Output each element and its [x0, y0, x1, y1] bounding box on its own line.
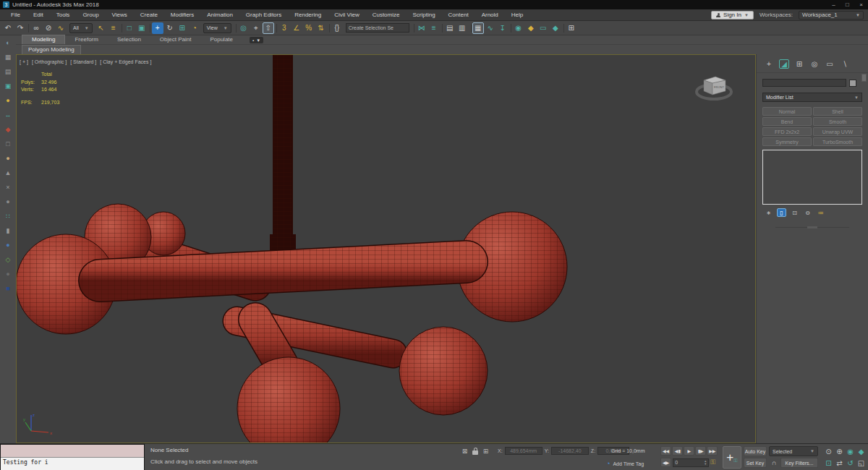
play-button[interactable]: ▶ [684, 446, 694, 456]
object-name-field[interactable] [762, 79, 846, 87]
mirror-icon[interactable]: ⋈ [416, 22, 427, 34]
set-key-button[interactable]: Set Key [744, 458, 767, 468]
blue-sphere-tool-icon[interactable]: ● [4, 240, 13, 249]
menu-item[interactable]: Civil View [328, 12, 366, 18]
select-and-rotate-icon[interactable]: ↻ [164, 22, 176, 34]
angle-snap-toggle-icon[interactable]: ∠ [291, 22, 302, 34]
y-coordinate-field[interactable]: -14682,40 [551, 447, 589, 455]
object-color-swatch[interactable] [849, 80, 856, 87]
ribbon-tab[interactable]: Selection [108, 35, 150, 44]
selection-filter-dropdown[interactable]: All▼ [69, 23, 93, 33]
redo-icon[interactable]: ↷ [14, 22, 26, 34]
x-coordinate-field[interactable]: 489,654mm [505, 447, 542, 455]
modifier-preset-button[interactable]: Smooth [813, 117, 862, 126]
selection-lock-icon[interactable] [472, 450, 478, 455]
align-icon[interactable]: ≡ [428, 22, 440, 34]
zoom-extents-all-icon[interactable]: ◆ [856, 445, 867, 457]
plane-tool-icon[interactable]: □ [4, 139, 13, 148]
zoom-icon[interactable]: ⊙ [823, 445, 834, 457]
modifier-stack[interactable] [762, 150, 862, 205]
gold-sphere-tool-icon[interactable]: ● [4, 95, 13, 105]
modifier-preset-button[interactable]: TurboSmooth [813, 137, 862, 146]
ribbon-tab[interactable]: Object Paint [150, 35, 201, 44]
grid-tool-icon[interactable]: ▦ [4, 52, 13, 61]
edit-named-selection-sets-icon[interactable]: {} [331, 22, 343, 34]
keyboard-shortcut-override-icon[interactable]: ⇧ [263, 22, 274, 34]
default-tangents-icon[interactable]: ∩ [769, 458, 779, 468]
select-and-link-icon[interactable]: ∞ [30, 22, 42, 34]
remove-modifier-icon[interactable]: ⊖ [803, 208, 812, 217]
rectangular-selection-region-icon[interactable]: □ [124, 22, 135, 34]
configure-modifier-sets-icon[interactable]: ≔ [816, 208, 825, 217]
select-and-manipulate-icon[interactable]: ⌖ [250, 22, 262, 34]
render-flyout-grid-icon[interactable]: ⊞ [566, 22, 577, 34]
menu-item[interactable]: Content [442, 12, 475, 18]
minimize-button[interactable]: – [827, 0, 841, 9]
red-diamond-tool-icon[interactable]: ◆ [4, 124, 13, 134]
menu-item[interactable]: Arnold [475, 12, 505, 18]
autodesk-swirl-icon[interactable]: ◐ [4, 38, 13, 47]
toggle-ribbon-icon[interactable]: ▦ [472, 22, 484, 34]
next-frame-button[interactable]: ▮▶ [695, 446, 706, 456]
pan-icon[interactable]: ⇄ [834, 457, 845, 469]
orbit-icon[interactable]: ↺ [845, 457, 856, 469]
viewport[interactable]: [ + ][ Orthographic ][ Standard ][ Clay … [16, 54, 756, 443]
modifier-list-dropdown[interactable]: Modifier List ▼ [762, 93, 862, 102]
menu-item[interactable]: Rendering [288, 12, 328, 18]
key-mode-toggle-button[interactable]: ◀▶ [660, 458, 671, 467]
gray-sphere-tool-icon[interactable]: ● [4, 197, 13, 206]
go-to-start-button[interactable]: ◀◀ [660, 446, 671, 456]
menu-item[interactable]: Modifiers [164, 12, 200, 18]
snaps-toggle-3d-icon[interactable]: 3 [278, 22, 290, 34]
dots-tool-icon[interactable]: ∷ [4, 211, 13, 221]
current-frame-field[interactable]: 0 ▲▼ [673, 458, 709, 467]
unlink-selection-icon[interactable]: ⊘ [43, 22, 54, 34]
viewport-preset-menu[interactable]: [ Standard ] [70, 59, 96, 64]
auto-key-button[interactable]: Auto Key [744, 446, 767, 456]
dope-sheet-icon[interactable]: ↧ [497, 22, 509, 34]
set-keys-button[interactable]: +⚿ [723, 446, 741, 469]
toggle-scene-explorer-icon[interactable]: ▤ [444, 22, 456, 34]
previous-frame-button[interactable]: ◀▮ [672, 446, 683, 456]
menu-item[interactable]: Group [76, 12, 105, 18]
bind-to-space-warp-icon[interactable]: ∿ [55, 22, 67, 34]
motion-tab[interactable]: ◎ [809, 59, 820, 69]
ribbon-config-flyout[interactable]: ▪▼ [250, 37, 263, 43]
use-pivot-point-center-icon[interactable]: ◎ [238, 22, 250, 34]
pin-stack-icon[interactable]: ∗ [764, 208, 773, 217]
zoom-region-icon[interactable]: ⊡ [823, 457, 834, 469]
maximize-viewport-icon[interactable]: ◱ [856, 457, 867, 469]
ribbon-tab[interactable]: Modeling [22, 35, 65, 44]
rendered-frame-window-icon[interactable]: ▭ [537, 22, 549, 34]
window-crossing-toggle-icon[interactable]: ▣ [136, 22, 148, 34]
select-and-scale-icon[interactable]: ⊞ [176, 22, 188, 34]
ribbon-tab[interactable]: Freeform [65, 35, 107, 44]
modify-tab[interactable]: ◢ [779, 59, 789, 69]
cylinder-tool-icon[interactable]: ▮ [4, 226, 13, 235]
green-diamond-tool-icon[interactable]: ◇ [4, 255, 13, 264]
box-tool-icon[interactable]: ▣ [4, 81, 13, 90]
panel-scrollbar[interactable] [861, 74, 867, 82]
spinner-snap-toggle-icon[interactable]: ⇅ [315, 22, 327, 34]
close-button[interactable]: × [854, 0, 868, 9]
view-cube[interactable]: FRONT [693, 69, 735, 104]
render-production-icon[interactable]: ◆ [550, 22, 561, 34]
render-setup-icon[interactable]: ◆ [525, 22, 537, 34]
select-object-icon[interactable]: ↖ [95, 22, 107, 34]
polygon-modeling-panel-tab[interactable]: Polygon Modeling [22, 45, 81, 54]
undo-icon[interactable]: ↶ [2, 22, 14, 34]
menu-item[interactable]: Graph Editors [239, 12, 288, 18]
modifier-preset-button[interactable]: Symmetry [762, 137, 812, 146]
listener-macro-row[interactable] [1, 445, 144, 458]
menu-item[interactable]: Views [106, 12, 134, 18]
viewport-general-menu[interactable]: [ + ] [20, 59, 28, 64]
select-by-name-icon[interactable]: ≡ [108, 22, 119, 34]
cross-tool-icon[interactable]: × [4, 182, 13, 192]
listener-script-row[interactable]: Testing for i [1, 458, 144, 470]
add-time-tag[interactable]: Add Time Tag [613, 461, 644, 466]
modifier-preset-button[interactable]: Unwrap UVW [813, 127, 862, 136]
model-wireframe[interactable] [17, 55, 756, 443]
menu-item[interactable]: Customize [366, 12, 407, 18]
key-filters-button[interactable]: Key Filters... [780, 458, 818, 468]
cone-tool-icon[interactable]: ▲ [4, 168, 13, 177]
